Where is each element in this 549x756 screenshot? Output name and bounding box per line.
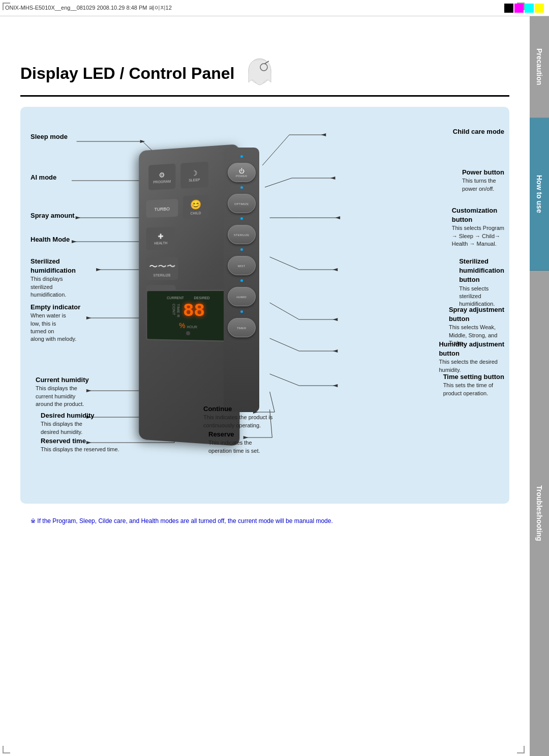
- power-icon: ⏻: [239, 168, 245, 174]
- svg-marker-50: [321, 133, 326, 136]
- svg-marker-54: [333, 318, 338, 321]
- ann-sleep-mode-title: Sleep mode: [30, 133, 68, 140]
- display-screen: CURRENT DESIRED CONTTIME R 88 % HOUR: [146, 290, 231, 342]
- ann-reserve: Reserve This indicates theoperation time…: [208, 430, 260, 455]
- ann-child-care-title: Child care mode: [453, 128, 504, 135]
- ann-desired-humidity-sub: This displays thedesired humidity.: [41, 420, 94, 436]
- ann-reserved-time-title: Reserved time: [41, 437, 86, 445]
- ann-current-humidity: Current humidity This displays thecurren…: [36, 375, 89, 408]
- ann-reserve-title: Reserve: [208, 430, 234, 438]
- corner-mark-tr: [517, 3, 525, 10]
- ann-spray-adj-title: Spray adjustmentbutton: [449, 306, 504, 323]
- corner-mark-tl: [3, 3, 10, 10]
- program-button[interactable]: ⚙ PROGRAM: [148, 163, 175, 190]
- svg-line-30: [270, 257, 299, 270]
- svg-marker-43: [76, 216, 81, 219]
- ann-time-setting-title: Time setting button: [443, 373, 504, 381]
- ann-customization-button: Customizationbutton This selects Program…: [452, 206, 504, 248]
- sleep-button[interactable]: ☽ SLEEP: [180, 162, 208, 189]
- ann-customization-button-title: Customizationbutton: [452, 207, 498, 223]
- sterilize-button[interactable]: 〜〜〜 STERILIZE: [146, 257, 178, 280]
- optimize-panel-button[interactable]: OPTIMIZE: [228, 194, 256, 213]
- svg-marker-53: [333, 268, 338, 271]
- ann-reserve-sub: This indicates theoperation time is set.: [208, 439, 260, 455]
- ann-reserved-time-sub: This displays the reserved time.: [41, 446, 119, 453]
- ann-ai-mode: AI mode: [30, 173, 56, 182]
- ann-empty-indicator-title: Empty indicator: [30, 303, 80, 311]
- ann-sterilized-hum-btn-sub: This selectssterilizedhumidification.: [459, 285, 504, 308]
- page-title-section: Display LED / Control Panel: [20, 57, 509, 97]
- main-content: Display LED / Control Panel: [0, 16, 530, 756]
- ann-sterilized-hum-sub: This displayssterilizedhumidification.: [30, 275, 76, 299]
- led-indicator-mist: [240, 248, 243, 251]
- ann-continue-sub: This indicates the product iscontinuousl…: [203, 414, 272, 429]
- right-panel: ⏻ POWER OPTIMIZE STERILIZE MIST HUMID: [224, 148, 259, 412]
- ann-power-button-sub: This turns thepower on/off.: [462, 177, 504, 193]
- svg-marker-45: [96, 268, 101, 271]
- ann-empty-indicator-sub: When water islow, this isturned onalong …: [30, 312, 80, 343]
- turbo-button[interactable]: TURBO: [146, 199, 178, 218]
- ann-continue: Continue This indicates the product isco…: [203, 404, 272, 429]
- ann-ai-mode-title: AI mode: [30, 173, 56, 181]
- child-icon: 😊: [190, 199, 201, 211]
- sterilize-label: STERILIZE: [154, 273, 171, 277]
- sterilize-icon: 〜〜〜: [149, 260, 175, 272]
- program-icon: ⚙: [159, 170, 165, 179]
- ann-customization-button-sub: This selects Program→ Sleep → Child→Heal…: [452, 224, 504, 248]
- tab-precaution[interactable]: Precaution: [530, 16, 549, 118]
- svg-line-32: [270, 303, 299, 319]
- note-text: ※ If the Program, Sleep, Cilde care, and…: [30, 517, 333, 525]
- ann-sterilized-hum-btn: Sterilizedhumidificationbutton This sele…: [459, 257, 504, 308]
- ann-humidity-adj-title: Humidity adjustmentbutton: [439, 340, 504, 357]
- svg-line-26: [265, 178, 292, 187]
- svg-line-24: [262, 135, 289, 165]
- svg-marker-56: [333, 384, 338, 387]
- timer-panel-button[interactable]: TIMER: [228, 318, 256, 337]
- ann-desired-humidity: Desired humidity This displays thedesire…: [41, 411, 94, 436]
- svg-marker-46: [86, 316, 92, 319]
- ann-health-mode-title: Health Mode: [30, 236, 70, 243]
- child-button[interactable]: 😊 CHILD: [183, 195, 208, 219]
- diagram-container: ⚙ PROGRAM ☽ SLEEP TURBO 😊 CHILD: [20, 107, 509, 504]
- header-bar: ONIX-MHS-E5010X__eng__081029 2008.10.29 …: [0, 0, 549, 16]
- led-indicator-sterilize: [240, 217, 243, 220]
- ann-desired-humidity-title: Desired humidity: [41, 412, 94, 419]
- led-indicator-power: [240, 155, 243, 158]
- power-panel-button[interactable]: ⏻ POWER: [228, 163, 256, 182]
- timer-panel-label: TIMER: [237, 327, 247, 330]
- swatch-yellow: [535, 4, 544, 13]
- note-section: ※ If the Program, Sleep, Cilde care, and…: [20, 511, 509, 531]
- svg-line-36: [270, 374, 299, 386]
- sterilize-panel-label: STERILIZE: [234, 234, 249, 237]
- ann-sleep-mode: Sleep mode: [30, 132, 68, 141]
- svg-marker-51: [330, 177, 336, 180]
- program-label: PROGRAM: [153, 179, 171, 184]
- display-digits: 88: [183, 300, 205, 321]
- health-icon: ✚: [158, 232, 164, 240]
- mist-panel-button[interactable]: MIST: [228, 256, 256, 275]
- ann-sterilized-hum-btn-title: Sterilizedhumidificationbutton: [459, 257, 504, 283]
- ann-current-humidity-sub: This displays thecurrent humidityaround …: [36, 385, 89, 408]
- turbo-label: TURBO: [154, 206, 169, 212]
- led-indicator-timer: [240, 310, 243, 313]
- health-button[interactable]: ✚ HEALTH: [146, 227, 175, 250]
- right-tabs: Precaution How to use Troubleshooting: [530, 16, 549, 756]
- swatch-cyan: [525, 4, 534, 13]
- ann-reserved-time: Reserved time This displays the reserved…: [41, 437, 119, 454]
- ann-time-setting-sub: This sets the time ofproduct operation.: [443, 382, 504, 397]
- humid-panel-button[interactable]: HUMID: [228, 287, 256, 306]
- ann-power-button-title: Power button: [462, 168, 504, 176]
- tab-troubleshooting[interactable]: Troubleshooting: [530, 271, 549, 756]
- sleep-label: SLEEP: [189, 178, 200, 182]
- led-indicator-humid: [240, 279, 243, 282]
- sterilize-panel-button[interactable]: STERILIZE: [228, 225, 256, 244]
- mist-panel-label: MIST: [238, 265, 245, 268]
- ann-child-care-mode: Child care mode: [453, 127, 504, 136]
- ghost-mascot-icon: [245, 57, 275, 90]
- sleep-icon: ☽: [191, 168, 198, 177]
- tab-how-to-use[interactable]: How to use: [530, 118, 549, 271]
- ann-humidity-adj-sub: This selects the desiredhumidity.: [439, 358, 504, 374]
- ann-sterilized-hum-title: Sterilizedhumidification: [30, 257, 76, 274]
- power-panel-label: POWER: [236, 175, 248, 178]
- humid-panel-label: HUMID: [236, 296, 247, 299]
